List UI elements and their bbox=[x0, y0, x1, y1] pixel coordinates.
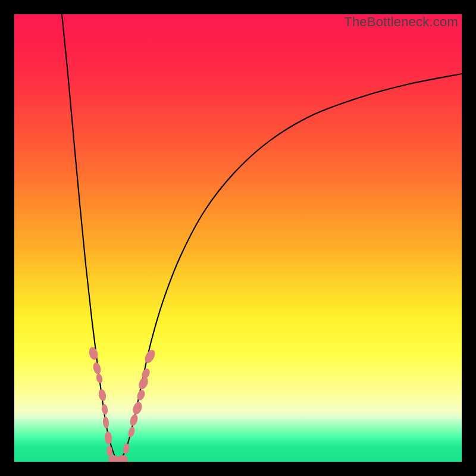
plot-frame: TheBottleneck.com bbox=[14, 14, 462, 462]
marker-blob bbox=[143, 348, 157, 365]
marker-blob bbox=[104, 431, 112, 445]
marker-blob bbox=[117, 455, 128, 462]
chart-svg bbox=[14, 14, 462, 462]
marker-blob bbox=[129, 414, 139, 427]
marker-blob bbox=[92, 362, 102, 375]
marker-blob bbox=[123, 443, 130, 454]
bottleneck-curve bbox=[62, 14, 462, 461]
marker-blob bbox=[127, 426, 136, 438]
marker-blob bbox=[87, 346, 99, 361]
marker-blob bbox=[131, 400, 144, 415]
marker-blob bbox=[136, 389, 146, 401]
marker-blob bbox=[98, 389, 107, 402]
marker-blob bbox=[140, 367, 152, 380]
marker-blob bbox=[95, 373, 104, 384]
marker-blob bbox=[101, 403, 109, 415]
marker-blob bbox=[102, 416, 109, 429]
